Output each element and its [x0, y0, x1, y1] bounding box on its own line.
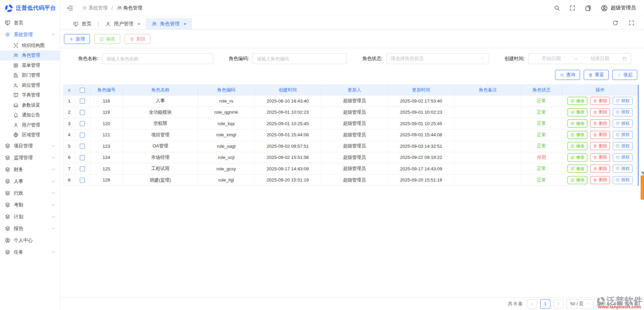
sidebar-item-parameter-settings[interactable]: 参数设置 [0, 100, 60, 110]
user-menu[interactable]: 超级管理员 [601, 4, 636, 12]
edit-icon [571, 178, 575, 182]
sidebar-item-menu-management[interactable]: 菜单管理 [0, 60, 60, 71]
row-checkbox[interactable] [80, 121, 85, 126]
role-name-label: 角色名称: [78, 56, 98, 62]
tab-home[interactable]: 首页 [67, 18, 97, 29]
page-number-button[interactable]: 1 [540, 299, 550, 309]
edit-button[interactable]: 修改 [94, 34, 120, 44]
sidebar-item-supervision-management[interactable]: 监理管理 [0, 152, 60, 164]
layers-icon [5, 178, 10, 184]
row-edit-button[interactable]: 修改 [568, 142, 587, 150]
role-status-select[interactable]: 请选择角色状态 [386, 53, 489, 64]
cell-updated-time: 2025-09-01 10:25:45 [388, 118, 454, 130]
start-date-placeholder[interactable]: 开始日期 [533, 56, 570, 62]
sidebar-item-hr[interactable]: 人事 [0, 175, 60, 187]
sidebar-item-dictionary-management[interactable]: 字典管理 [0, 90, 60, 101]
row-checkbox[interactable] [80, 155, 85, 160]
add-button[interactable]: 新增 [64, 34, 90, 44]
search-icon[interactable] [554, 5, 560, 11]
prev-page-button[interactable] [527, 299, 537, 309]
refresh-icon[interactable] [612, 20, 618, 26]
sidebar-item-task[interactable]: 任务 [0, 246, 60, 258]
sidebar-item-region-management[interactable]: 区域管理 [0, 130, 60, 140]
row-delete-button[interactable]: 删除 [590, 108, 610, 116]
sidebar-item-label: 计划 [14, 214, 48, 220]
select-all-checkbox[interactable] [80, 88, 85, 93]
row-checkbox[interactable] [80, 166, 85, 171]
sidebar-item-report[interactable]: 报告 [0, 223, 60, 234]
user-circle-icon [5, 237, 10, 243]
sidebar-item-plan[interactable]: 计划 [0, 211, 60, 223]
sidebar-item-user-management[interactable]: 用户管理 [0, 120, 60, 130]
sidebar-item-finance[interactable]: 财务 [0, 164, 60, 175]
row-delete-button[interactable]: 删除 [590, 176, 610, 184]
collapse-filters-button[interactable]: 收起 [612, 70, 637, 80]
row-checkbox[interactable] [80, 178, 85, 183]
sidebar-item-role-management[interactable]: 角色管理 [0, 51, 60, 61]
row-delete-button[interactable]: 删除 [590, 165, 610, 173]
row-delete-button[interactable]: 删除 [590, 153, 610, 162]
row-edit-button[interactable]: 修改 [568, 165, 587, 173]
breadcrumb-parent[interactable]: 系统管理 [82, 5, 107, 11]
sidebar-item-personal-center[interactable]: 个人中心 [0, 234, 60, 246]
row-auth-button[interactable]: 授权 [613, 165, 633, 173]
delete-button[interactable]: 删除 [125, 34, 151, 44]
row-checkbox[interactable] [80, 98, 85, 104]
reset-button[interactable]: 重置 [584, 70, 609, 80]
row-auth-button[interactable]: 授权 [613, 108, 633, 116]
row-edit-button[interactable]: 修改 [568, 176, 587, 184]
row-delete-button[interactable]: 删除 [590, 97, 610, 105]
page-size-select[interactable]: 50 / 页 [567, 299, 594, 309]
sidebar-item-department-management[interactable]: 部门管理 [0, 71, 60, 81]
table-row: 7125工程试用role_gcsy2025-09-17 14:43:09超级管理… [64, 163, 639, 175]
sidebar-item-administration[interactable]: 行政 [0, 187, 60, 199]
sidebar-item-project-management[interactable]: 项目管理 [0, 140, 60, 152]
sidebar-item-system-management[interactable]: 系统管理 [0, 29, 60, 40]
role-name-input[interactable] [102, 53, 213, 64]
close-icon[interactable]: × [137, 21, 140, 27]
row-edit-button[interactable]: 修改 [568, 97, 587, 105]
sidebar-item-org-structure[interactable]: 组织结构图 [0, 40, 60, 51]
row-auth-button[interactable]: 授权 [613, 131, 633, 139]
row-checkbox[interactable] [80, 133, 85, 138]
row-edit-button[interactable]: 修改 [568, 153, 587, 162]
search-button[interactable]: 查询 [555, 70, 580, 80]
grid-icon [13, 63, 19, 68]
sidebar-item-notice[interactable]: 通知公告 [0, 110, 60, 120]
role-code-input[interactable] [253, 53, 347, 64]
row-edit-button[interactable]: 修改 [568, 119, 587, 128]
feedback-edge-handle[interactable] [641, 175, 644, 200]
cell-role-code: role_scjl [198, 152, 254, 163]
tab-user-management[interactable]: 用户管理× [100, 18, 146, 29]
row-delete-button[interactable]: 删除 [590, 119, 610, 128]
row-delete-button[interactable]: 删除 [590, 131, 610, 139]
row-edit-button[interactable]: 修改 [568, 108, 587, 116]
row-checkbox[interactable] [80, 144, 85, 149]
layers-icon [5, 155, 10, 161]
created-time-range-picker[interactable]: 开始日期 结束日期 [528, 53, 631, 64]
row-delete-button[interactable]: 删除 [590, 142, 610, 150]
sidebar-item-post-management[interactable]: 岗位管理 [0, 80, 60, 90]
fullscreen-icon[interactable] [569, 5, 576, 11]
tab-label: 用户管理 [114, 21, 133, 27]
end-date-placeholder[interactable]: 结束日期 [581, 56, 619, 62]
sidebar-collapse-icon[interactable] [67, 5, 73, 11]
row-auth-button[interactable]: 授权 [613, 97, 633, 105]
tab-role-management[interactable]: 角色管理× [146, 18, 192, 29]
row-auth-button[interactable]: 授权 [613, 176, 633, 184]
table-scrollbar[interactable] [638, 85, 639, 186]
row-auth-button[interactable]: 授权 [613, 142, 633, 150]
expand-view-icon[interactable] [629, 20, 635, 26]
row-auth-button[interactable]: 授权 [613, 119, 633, 128]
row-auth-button[interactable]: 授权 [613, 153, 633, 162]
row-edit-button[interactable]: 修改 [568, 131, 587, 139]
cell-created-time: 2025-09-01 10:25:45 [254, 118, 321, 130]
sidebar-item-attendance[interactable]: 考勤 [0, 199, 60, 211]
layout-icon[interactable] [585, 5, 591, 11]
next-page-button[interactable] [553, 299, 564, 309]
row-checkbox[interactable] [80, 110, 85, 115]
sidebar-item-home[interactable]: 首页 [0, 17, 60, 29]
breadcrumb-separator: / [111, 5, 113, 11]
close-icon[interactable]: × [184, 21, 186, 27]
users-icon [13, 53, 19, 58]
